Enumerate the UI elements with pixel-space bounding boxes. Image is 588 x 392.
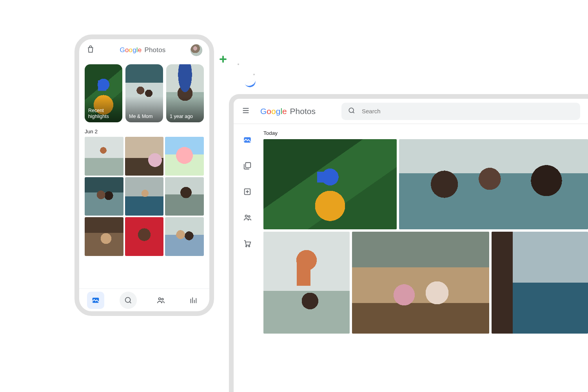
- photo-thumbnail[interactable]: [165, 137, 204, 176]
- app-title: Google Photos: [120, 46, 165, 54]
- rail-photos[interactable]: [242, 135, 252, 145]
- photo-thumbnail[interactable]: [125, 137, 164, 176]
- nav-library[interactable]: [185, 292, 202, 309]
- print-store-icon[interactable]: [86, 45, 95, 55]
- photo-thumbnail[interactable]: [352, 232, 489, 334]
- confetti-plus: [220, 56, 227, 63]
- desktop-window-frame: Google Photos: [229, 94, 588, 392]
- confetti-dot: [253, 74, 255, 75]
- photo-thumbnail[interactable]: [85, 177, 123, 216]
- memory-card[interactable]: Recent highlights: [85, 64, 122, 122]
- date-section-header: Today: [263, 130, 588, 139]
- search-icon: [348, 107, 356, 116]
- search-input[interactable]: [361, 107, 574, 115]
- nav-search[interactable]: [120, 292, 137, 309]
- memory-card[interactable]: Me & Mom: [125, 64, 163, 122]
- confetti-dot: [238, 64, 239, 65]
- date-section-header: Jun 2: [79, 123, 209, 137]
- mobile-bottom-nav: [79, 289, 209, 311]
- nav-sharing[interactable]: [152, 292, 169, 309]
- svg-point-11: [249, 246, 250, 247]
- memory-label: 1 year ago: [170, 114, 193, 119]
- photo-thumbnail[interactable]: [492, 232, 588, 334]
- photo-thumbnail[interactable]: [399, 139, 588, 229]
- photo-grid: [79, 137, 209, 256]
- nav-photos[interactable]: [87, 292, 104, 309]
- rail-print-store[interactable]: [242, 238, 252, 249]
- search-bar[interactable]: [341, 103, 580, 120]
- svg-point-3: [162, 298, 163, 300]
- mobile-top-bar: Google Photos: [79, 39, 209, 61]
- rail-albums[interactable]: [242, 161, 252, 171]
- desktop-main: Today: [261, 124, 588, 392]
- memory-card[interactable]: 1 year ago: [166, 64, 204, 122]
- photo-thumbnail[interactable]: [85, 137, 123, 176]
- account-avatar[interactable]: [191, 44, 202, 56]
- memories-carousel: Recent highlights Me & Mom 1 year ago: [79, 61, 209, 123]
- svg-point-4: [349, 108, 354, 113]
- main-menu-icon[interactable]: [241, 106, 250, 116]
- photo-thumbnail[interactable]: [125, 217, 164, 256]
- desktop-top-bar: Google Photos: [234, 99, 588, 124]
- svg-point-2: [158, 298, 161, 300]
- memory-label: Recent highlights: [88, 108, 122, 119]
- rail-utilities[interactable]: [242, 187, 252, 197]
- photo-thumbnail[interactable]: [263, 139, 397, 229]
- photo-thumbnail[interactable]: [165, 217, 204, 256]
- app-title: Google Photos: [260, 107, 316, 116]
- photo-thumbnail[interactable]: [165, 177, 204, 216]
- svg-point-1: [125, 297, 130, 302]
- confetti-arc: [245, 80, 257, 89]
- svg-point-8: [245, 215, 248, 218]
- photo-thumbnail[interactable]: [125, 177, 164, 216]
- rail-sharing[interactable]: [242, 212, 252, 223]
- svg-point-9: [248, 216, 250, 217]
- desktop-side-rail: [234, 124, 261, 392]
- memory-label: Me & Mom: [129, 114, 152, 119]
- photo-thumbnail[interactable]: [263, 232, 350, 334]
- photo-thumbnail[interactable]: [85, 217, 123, 256]
- mobile-device-frame: Google Photos Recent highlights Me & Mom…: [74, 34, 214, 316]
- svg-rect-6: [245, 163, 250, 168]
- svg-point-10: [246, 246, 247, 247]
